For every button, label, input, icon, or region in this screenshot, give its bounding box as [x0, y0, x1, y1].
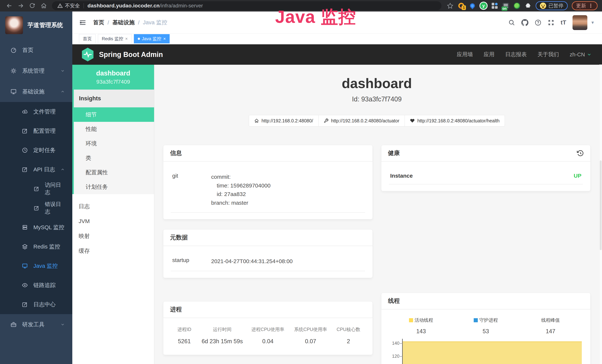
- service-url-button[interactable]: http://192.168.0.2:48080/: [249, 115, 319, 127]
- bookmark-star-icon[interactable]: [447, 2, 454, 9]
- sidebar-item-java-monitor[interactable]: Java 监控: [0, 256, 72, 276]
- health-row-instance: Instance UP: [389, 168, 583, 184]
- process-uptime-value: 6d 23h 15m 59s: [198, 338, 247, 345]
- sidebar-menu: 首页 系统管理 基础设施 文件管理 配置管理: [0, 40, 72, 335]
- sba-nav-details[interactable]: 细节: [74, 107, 154, 122]
- user-avatar[interactable]: [572, 15, 587, 30]
- help-icon[interactable]: [535, 19, 541, 26]
- sidebar-item-config-management[interactable]: 配置管理: [0, 121, 72, 140]
- sba-nav-journal[interactable]: 日志报表: [505, 51, 527, 58]
- tags-view-bar: 首页 Redis 监控 × Java 监控 ×: [72, 34, 602, 44]
- sidebar-item-devtools[interactable]: 研发工具: [0, 314, 72, 335]
- sba-nav-mappings[interactable]: 映射: [72, 229, 154, 244]
- github-icon[interactable]: [521, 19, 528, 26]
- browser-forward-button[interactable]: [16, 1, 26, 11]
- edit-icon: [22, 128, 28, 134]
- emoji-avatar-icon: [540, 3, 546, 9]
- font-size-icon[interactable]: tT: [561, 19, 566, 26]
- sidebar-item-system[interactable]: 系统管理: [0, 60, 72, 81]
- sba-nav-wallboard[interactable]: 应用墙: [457, 51, 473, 58]
- breadcrumb-infra[interactable]: 基础设施: [112, 19, 135, 26]
- legend-label: 活动线程: [415, 317, 433, 323]
- scrollbar-thumb[interactable]: [600, 161, 602, 250]
- browser-menu-kebab-icon[interactable]: ⋮: [588, 3, 593, 9]
- tab-home[interactable]: 首页: [79, 34, 96, 43]
- fullscreen-icon[interactable]: [548, 19, 554, 26]
- sba-instance-header[interactable]: dashboard 93a3fc7f7409: [72, 65, 154, 90]
- browser-update-button[interactable]: 更新 ⋮: [572, 1, 598, 10]
- sidebar-item-trace[interactable]: 链路追踪: [0, 276, 72, 295]
- active-tab-dot: [138, 38, 140, 40]
- sba-nav-metrics[interactable]: 性能: [74, 122, 154, 136]
- sidebar-item-label: 系统管理: [22, 67, 60, 75]
- extension-orange-icon[interactable]: 1: [458, 2, 465, 9]
- extension-leaf-icon[interactable]: [513, 2, 520, 9]
- sidebar-item-mysql-monitor[interactable]: MySQL 监控: [0, 218, 72, 237]
- instance-id-line: Id: 93a3fc7f7409: [163, 95, 591, 103]
- sidebar-item-access-logs[interactable]: 访问日志: [0, 179, 72, 198]
- sidebar-collapse-button[interactable]: [79, 19, 86, 26]
- sba-nav-logs[interactable]: 日志: [72, 199, 154, 214]
- git-id-line: id: 27aa832: [211, 190, 364, 199]
- sidebar-item-label: 配置管理: [33, 127, 65, 135]
- address-bar[interactable]: 不安全 dashboard.yudao.iocoder.cn /infra/ad…: [52, 1, 441, 10]
- health-url-button[interactable]: http://192.168.0.2:48080/actuator/health: [405, 115, 505, 127]
- sba-language-value: zh-CN: [570, 52, 585, 58]
- sba-nav-about[interactable]: 关于我们: [538, 51, 559, 58]
- actuator-url-button[interactable]: http://192.168.0.2:48080/actuator: [318, 115, 405, 127]
- sidebar-item-home[interactable]: 首页: [0, 40, 72, 60]
- process-col-header: 进程CPU使用率: [247, 326, 289, 332]
- tab-redis-monitor[interactable]: Redis 监控 ×: [98, 34, 132, 43]
- sba-nav-classes[interactable]: 类: [74, 151, 154, 165]
- metadata-card: 元数据 startup 2021-04-27T00:44:31.254+08:0…: [163, 229, 373, 278]
- breadcrumb-home[interactable]: 首页: [93, 19, 104, 26]
- extension-pin-icon[interactable]: [469, 2, 476, 9]
- process-table: 进程ID5261 运行时间6d 23h 15m 59s 进程CPU使用率0.04…: [171, 324, 365, 348]
- paused-extension-button[interactable]: 已暂停: [536, 1, 568, 10]
- sba-language-selector[interactable]: zh-CN: [570, 52, 592, 58]
- app-logo[interactable]: 芋道管理系统: [0, 11, 72, 40]
- sidebar-item-infra[interactable]: 基础设施: [0, 81, 72, 102]
- extensions-puzzle-icon[interactable]: [525, 2, 532, 9]
- tab-java-monitor[interactable]: Java 监控 ×: [134, 34, 170, 43]
- sidebar-item-file-management[interactable]: 文件管理: [0, 102, 72, 121]
- sba-nav-applications[interactable]: 应用: [484, 51, 494, 58]
- extension-y-icon[interactable]: y: [480, 2, 487, 9]
- threads-chart-plot: [402, 339, 583, 364]
- legend-label: 守护进程: [479, 317, 498, 323]
- sidebar-item-label: 定时任务: [33, 147, 65, 154]
- sba-nav-jvm[interactable]: JVM: [72, 214, 154, 229]
- sidebar-item-scheduled-jobs[interactable]: 定时任务: [0, 140, 72, 160]
- avatar-caret-icon[interactable]: ▾: [591, 20, 594, 25]
- history-icon[interactable]: [577, 150, 584, 157]
- update-label: 更新: [576, 2, 586, 9]
- sba-nav-caches[interactable]: 缓存: [72, 244, 154, 258]
- extension-on-icon[interactable]: on: [502, 2, 509, 9]
- paused-label: 已暂停: [548, 2, 563, 9]
- sidebar-item-error-logs[interactable]: 错误日志: [0, 198, 72, 218]
- search-icon[interactable]: [508, 19, 515, 26]
- browser-back-button[interactable]: [4, 1, 14, 11]
- content-scrollbar[interactable]: [599, 64, 602, 364]
- y-tick: 120: [392, 353, 399, 359]
- tab-close-icon[interactable]: ×: [163, 36, 166, 41]
- not-secure-label[interactable]: 不安全: [65, 2, 80, 9]
- page-title: dashboard: [163, 76, 591, 91]
- sba-brand-title[interactable]: Spring Boot Admin: [99, 51, 163, 59]
- spring-boot-admin-logo-icon[interactable]: [81, 47, 94, 62]
- instance-url-group: http://192.168.0.2:48080/ http://192.168…: [163, 115, 591, 127]
- tab-close-icon[interactable]: ×: [125, 36, 128, 41]
- process-card: 进程 进程ID5261 运行时间6d 23h 15m 59s 进程CPU使用率0…: [163, 301, 373, 355]
- sidebar-item-redis-monitor[interactable]: Redis 监控: [0, 237, 72, 256]
- sidebar-item-api-logs[interactable]: API 日志: [0, 160, 72, 179]
- sba-nav-environment[interactable]: 环境: [74, 136, 154, 151]
- cpu-cores-value: 2: [332, 338, 365, 345]
- health-label: Instance: [390, 173, 413, 179]
- extension-grid-icon[interactable]: [491, 2, 498, 9]
- system-cpu-value: 0.07: [289, 338, 332, 345]
- sba-nav-scheduled-tasks[interactable]: 计划任务: [74, 180, 154, 194]
- sba-nav-config-props[interactable]: 配置属性: [74, 165, 154, 180]
- browser-home-button[interactable]: [39, 1, 49, 11]
- sidebar-item-log-center[interactable]: 日志中心: [0, 295, 72, 314]
- browser-refresh-button[interactable]: [27, 1, 37, 11]
